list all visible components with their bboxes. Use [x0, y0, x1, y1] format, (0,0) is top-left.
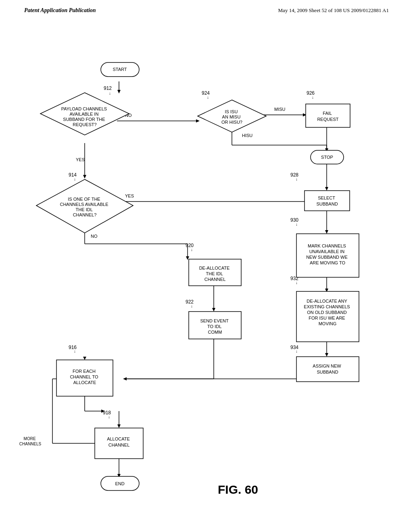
yes-label-914: YES — [125, 193, 134, 198]
caret-916: ↓ — [74, 349, 76, 353]
svg-marker-13 — [325, 187, 328, 191]
svg-marker-3 — [83, 175, 86, 179]
page-header: Patent Application Publication May 14, 2… — [0, 0, 413, 14]
header-info: May 14, 2009 Sheet 52 of 108 US 2009/012… — [278, 7, 389, 14]
stop-label: STOP — [321, 155, 333, 160]
no-label-914: NO — [91, 234, 98, 239]
svg-marker-43 — [117, 424, 121, 428]
caret-918: ↓ — [108, 415, 110, 419]
more-channels-label: MORE CHANNELS — [19, 436, 42, 446]
svg-marker-41 — [83, 357, 86, 360]
caret-928: ↓ — [296, 177, 298, 181]
caret-922: ↓ — [191, 304, 193, 308]
header-publication: Patent Application Publication — [24, 7, 96, 14]
rect-928 — [305, 191, 350, 211]
caret-930: ↓ — [296, 222, 298, 227]
caret-932: ↓ — [296, 281, 298, 285]
fig-label: FIG. 60 — [218, 483, 258, 496]
caret-914: ↓ — [74, 177, 76, 181]
caret-934: ↓ — [296, 349, 298, 353]
step-912: 912 — [104, 85, 112, 91]
hisu-label: HISU — [242, 133, 252, 138]
svg-marker-19 — [325, 353, 328, 357]
misu-label: MISU — [274, 107, 286, 112]
caret-912: ↓ — [109, 91, 111, 96]
caret-924: ↓ — [207, 95, 209, 100]
start-label: START — [113, 67, 127, 72]
caret-920: ↓ — [191, 247, 193, 252]
end-label: END — [115, 481, 124, 486]
caret-926: ↓ — [312, 95, 314, 100]
rect-916-label: FOR EACH CHANNEL TO ALLOCATE — [70, 369, 99, 385]
rect-926 — [306, 104, 350, 127]
svg-marker-29 — [212, 308, 215, 312]
yes-label-912: YES — [76, 157, 85, 162]
svg-marker-5 — [196, 119, 200, 123]
svg-marker-1 — [117, 90, 121, 94]
svg-marker-15 — [325, 230, 328, 234]
diagram-area: YES NO MISU HISU YES — [0, 24, 413, 532]
